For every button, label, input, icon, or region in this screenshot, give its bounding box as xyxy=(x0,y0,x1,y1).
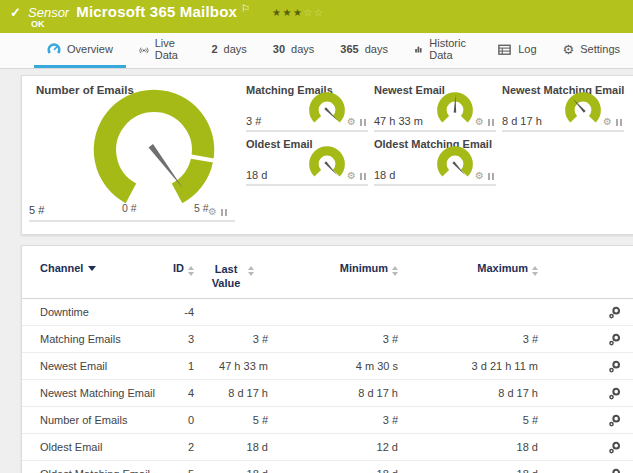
table-row-newest-matching-email[interactable]: Newest Matching Email 4 8 d 17 h 8 d 17 … xyxy=(22,380,633,407)
table-row-matching-emails[interactable]: Matching Emails 3 3 # 3 # 3 # xyxy=(22,326,633,353)
cell-minimum: 18 d xyxy=(268,468,398,473)
cell-maximum: 5 # xyxy=(398,414,538,426)
channel-settings-icon[interactable] xyxy=(607,359,622,374)
star-icon[interactable]: ★ xyxy=(293,7,303,18)
cell-minimum: 3 # xyxy=(268,333,398,345)
star-icon[interactable]: ☆ xyxy=(314,7,324,18)
tab-2-days[interactable]: 2 days xyxy=(198,33,259,68)
channel-settings-icon[interactable]: ⚙ xyxy=(347,171,356,181)
main-gauge-value: 5 # xyxy=(29,204,44,216)
channel-settings-icon[interactable] xyxy=(607,332,622,347)
star-icon[interactable]: ★ xyxy=(283,7,293,18)
pause-icon[interactable] xyxy=(616,119,622,126)
cell-last-value: 3 # xyxy=(194,333,268,345)
tab-label: Settings xyxy=(580,43,620,55)
cell-maximum: 3 # xyxy=(398,333,538,345)
cell-last-value: 18 d xyxy=(194,468,268,473)
live-signal-icon xyxy=(139,42,149,57)
mini-gauge-value: 8 d 17 h xyxy=(502,115,542,127)
table-row-oldest-matching-email[interactable]: Oldest Matching Email 5 18 d 18 d 18 d xyxy=(22,461,633,473)
main-gauge[interactable] xyxy=(90,86,218,214)
cell-minimum: 8 d 17 h xyxy=(268,387,398,399)
column-header-channel[interactable]: Channel xyxy=(40,262,168,274)
gear-icon: ⚙ xyxy=(563,43,575,56)
channel-settings-icon[interactable]: ⚙ xyxy=(603,117,612,127)
table-row-oldest-email[interactable]: Oldest Email 2 18 d 12 d 18 d xyxy=(22,434,633,461)
star-icon[interactable]: ☆ xyxy=(303,7,313,18)
tab-30-days[interactable]: 30 days xyxy=(260,33,328,68)
cell-channel: Downtime xyxy=(40,306,168,318)
mini-gauge-value: 3 # xyxy=(246,115,261,127)
tab-365-days[interactable]: 365 days xyxy=(327,33,401,68)
channel-action-icons: ⚙ xyxy=(347,117,366,127)
cell-channel: Newest Matching Email xyxy=(40,387,168,399)
mini-gauge-oldest-matching-email[interactable]: Oldest Matching Email 18 d ⚙ xyxy=(374,138,496,186)
channel-action-icons: ⚙ xyxy=(475,117,494,127)
channel-action-icons: ⚙ xyxy=(347,171,366,181)
mini-gauge-value: 47 h 33 m xyxy=(374,115,423,127)
column-header-maximum[interactable]: Maximum xyxy=(398,262,538,276)
channel-action-icons: ⚙ xyxy=(208,207,227,217)
channel-settings-icon[interactable] xyxy=(607,467,622,473)
sort-desc-icon xyxy=(88,266,96,271)
sensor-title-line: Sensor Microsoft 365 Mailbox ⚐ ★★★☆☆ xyxy=(28,3,324,20)
check-icon: ✓ xyxy=(10,5,21,20)
cell-id: 5 xyxy=(168,468,194,473)
cell-last-value: 47 h 33 m xyxy=(194,360,268,372)
pause-icon[interactable] xyxy=(360,173,366,180)
tab-historic-data[interactable]: Historic Data xyxy=(401,33,484,68)
tab-number: 30 xyxy=(273,43,285,55)
mini-gauge-newest-matching-email[interactable]: Newest Matching Email 8 d 17 h ⚙ xyxy=(502,84,624,132)
channel-settings-icon[interactable]: ⚙ xyxy=(475,171,484,181)
cell-channel: Oldest Email xyxy=(40,441,168,453)
channel-settings-icon[interactable] xyxy=(607,440,622,455)
tab-overview[interactable]: Overview xyxy=(34,33,126,68)
gauge-scale-max: 5 # xyxy=(194,202,209,214)
mini-gauge-value: 18 d xyxy=(246,169,267,181)
channel-table-panel: Channel ID Last Value Minimum Maximum Do… xyxy=(21,245,633,473)
cell-id: 2 xyxy=(168,441,194,453)
tab-log[interactable]: Log xyxy=(484,33,549,68)
channel-action-icons: ⚙ xyxy=(475,171,494,181)
table-row-number-of-emails[interactable]: Number of Emails 0 5 # 3 # 5 # xyxy=(22,407,633,434)
cell-last-value: 18 d xyxy=(194,441,268,453)
table-row-newest-email[interactable]: Newest Email 1 47 h 33 m 4 m 30 s 3 d 21… xyxy=(22,353,633,380)
log-list-icon xyxy=(497,42,512,57)
rating-stars[interactable]: ★★★☆☆ xyxy=(272,7,324,18)
star-icon[interactable]: ★ xyxy=(272,7,282,18)
table-header-row: Channel ID Last Value Minimum Maximum xyxy=(22,246,633,299)
column-header-last-value[interactable]: Last Value xyxy=(194,262,268,291)
tab-number: 2 xyxy=(211,43,217,55)
pause-icon[interactable] xyxy=(360,119,366,126)
pause-icon[interactable] xyxy=(221,209,227,216)
channel-settings-icon[interactable]: ⚙ xyxy=(475,117,484,127)
channel-settings-icon[interactable] xyxy=(607,413,622,428)
sensor-type-label: Sensor xyxy=(28,5,69,20)
mini-gauge-value: 18 d xyxy=(374,169,395,181)
pause-icon[interactable] xyxy=(488,119,494,126)
tab-label: Historic Data xyxy=(429,37,471,61)
channel-settings-icon[interactable]: ⚙ xyxy=(347,117,356,127)
mini-gauge-newest-email[interactable]: Newest Email 47 h 33 m ⚙ xyxy=(374,84,496,132)
tab-label: days xyxy=(365,43,388,55)
mini-gauge-oldest-email[interactable]: Oldest Email 18 d ⚙ xyxy=(246,138,368,186)
mini-gauge xyxy=(306,143,348,185)
mini-gauge xyxy=(434,143,476,185)
tab-label: Log xyxy=(518,43,536,55)
tab-live-data[interactable]: Live Data xyxy=(126,33,199,68)
channel-settings-icon[interactable] xyxy=(607,386,622,401)
pause-icon[interactable] xyxy=(488,173,494,180)
column-header-id[interactable]: ID xyxy=(168,262,194,276)
cell-maximum: 18 d xyxy=(398,441,538,453)
tab-label: Live Data xyxy=(155,37,186,61)
mini-gauge-matching-emails[interactable]: Matching Emails 3 # ⚙ xyxy=(246,84,368,132)
channel-settings-icon[interactable] xyxy=(607,305,622,320)
cell-minimum: 12 d xyxy=(268,441,398,453)
flag-icon[interactable]: ⚐ xyxy=(241,3,250,14)
channel-settings-icon[interactable]: ⚙ xyxy=(208,207,217,217)
divider xyxy=(29,220,235,222)
table-row-downtime[interactable]: Downtime -4 xyxy=(22,299,633,326)
tab-settings[interactable]: ⚙ Settings xyxy=(550,33,633,68)
gauge-ring xyxy=(442,151,468,173)
column-header-minimum[interactable]: Minimum xyxy=(268,262,398,276)
